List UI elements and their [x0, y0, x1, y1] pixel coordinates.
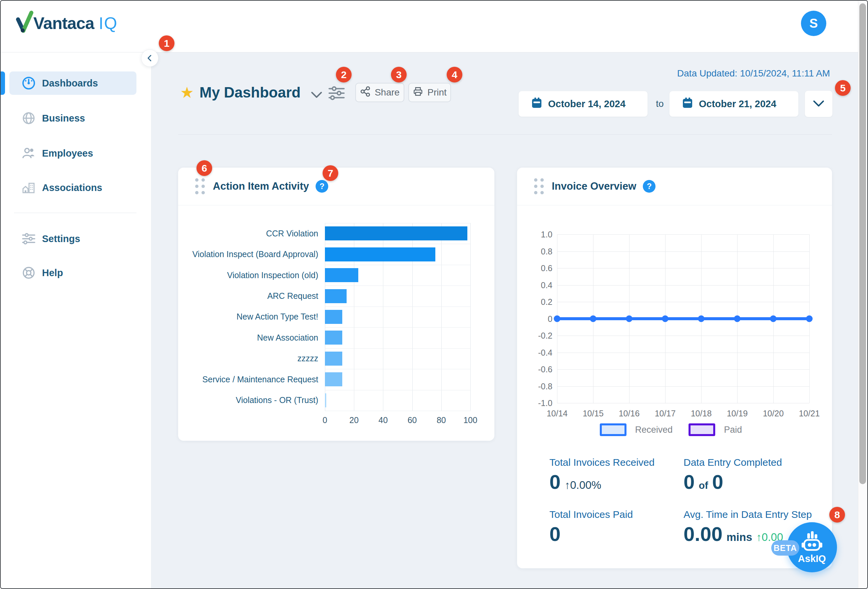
- toolbar-divider: [178, 134, 832, 135]
- bar-3[interactable]: [325, 268, 358, 282]
- dashboard-settings-icon[interactable]: [328, 84, 345, 104]
- annotation-badge-7: 7: [323, 165, 338, 181]
- print-button[interactable]: Print: [408, 83, 451, 102]
- line-y-tick: -0.2: [538, 331, 552, 340]
- active-indicator: [1, 71, 5, 95]
- line-y-tick: -1.0: [538, 398, 552, 408]
- bar-4[interactable]: [325, 289, 347, 303]
- sidebar-item-dashboards[interactable]: Dashboards: [9, 71, 136, 95]
- annotation-badge-3: 3: [391, 67, 407, 83]
- bar-7[interactable]: [325, 352, 342, 366]
- invoice-overview-card: Invoice Overview ? 1.00.80.60.40.20-0.2-…: [517, 167, 832, 568]
- avatar[interactable]: S: [801, 11, 826, 36]
- favorite-star-icon[interactable]: ★: [180, 83, 194, 102]
- sliders-icon: [21, 231, 36, 246]
- line-x-tick: 10/14: [547, 409, 568, 418]
- line-plot: [557, 234, 809, 403]
- calendar-icon: [531, 97, 543, 111]
- bar-category-label: Violations - OR (Trust): [178, 390, 318, 411]
- stat-delta: ↑0.00%: [564, 479, 601, 491]
- line-x-tick: 10/18: [691, 409, 712, 418]
- legend-received-swatch[interactable]: [600, 423, 626, 436]
- stat-unit: mins: [726, 531, 752, 543]
- sidebar-item-label: Business: [42, 113, 85, 124]
- date-range-to-label: to: [651, 91, 669, 117]
- card-header: Invoice Overview ?: [517, 167, 832, 205]
- action-item-activity-card: Action Item Activity ? CCR ViolationViol…: [178, 167, 495, 441]
- help-icon[interactable]: ?: [316, 180, 328, 193]
- legend-paid-label: Paid: [724, 425, 742, 435]
- bar-category-label: Violation Inspect (Board Approval): [178, 244, 318, 265]
- bar-1[interactable]: [325, 226, 467, 240]
- share-icon: [360, 86, 371, 99]
- share-button[interactable]: Share: [355, 83, 404, 102]
- bar-category-label: New Association: [178, 327, 318, 348]
- sidebar-item-employees[interactable]: Employees: [9, 142, 136, 165]
- bar-5[interactable]: [325, 310, 342, 324]
- scrollbar-thumb[interactable]: [859, 3, 866, 484]
- robot-icon: [801, 531, 823, 553]
- line-y-tick: -0.4: [538, 348, 552, 357]
- sidebar: DashboardsBusinessEmployeesAssociations …: [1, 52, 151, 589]
- sidebar-item-label: Help: [42, 268, 63, 278]
- date-range-expand-button[interactable]: [805, 90, 833, 117]
- data-updated-label: Data Updated: 10/15/2024, 11:11 AM: [677, 68, 830, 79]
- line-y-tick: 0: [548, 314, 552, 324]
- received-series-line: [557, 234, 809, 403]
- stat-label: Data Entry Completed: [683, 457, 782, 468]
- print-button-label: Print: [427, 87, 447, 98]
- calendar-icon: [682, 97, 694, 111]
- bar-x-tick: 40: [378, 415, 388, 425]
- line-x-tick: 10/17: [655, 409, 676, 418]
- bar-category-label: Service / Maintenance Request: [178, 369, 318, 390]
- topbar: Vantaca IQ S: [1, 1, 867, 52]
- annotation-badge-8: 8: [829, 507, 845, 522]
- bar-2[interactable]: [325, 247, 435, 262]
- legend-received-label: Received: [635, 425, 673, 435]
- share-button-label: Share: [375, 87, 400, 98]
- line-x-tick: 10/16: [619, 409, 640, 418]
- dashboard-select-chevron-icon[interactable]: [311, 92, 322, 100]
- sidebar-item-settings[interactable]: Settings: [9, 227, 136, 250]
- drag-handle-icon[interactable]: [534, 178, 544, 194]
- app-frame: Vantaca IQ S DashboardsBusinessEmployees…: [0, 0, 868, 589]
- print-icon: [413, 86, 423, 99]
- sidebar-divider: [14, 213, 136, 213]
- drag-handle-icon[interactable]: [195, 178, 205, 194]
- bar-9[interactable]: [325, 393, 326, 407]
- sidebar-item-label: Dashboards: [42, 78, 98, 89]
- globe-icon: [21, 111, 36, 126]
- bar-category-label: New Action Type Test!: [178, 306, 318, 327]
- stat-value: 0.00: [683, 524, 723, 545]
- sidebar-collapse-button[interactable]: [141, 49, 158, 67]
- date-to-value: October 21, 2024: [699, 99, 776, 110]
- date-from-button[interactable]: October 14, 2024: [518, 91, 648, 117]
- date-to-button[interactable]: October 21, 2024: [669, 91, 799, 117]
- line-x-tick: 10/21: [799, 409, 820, 418]
- annotation-badge-2: 2: [336, 67, 351, 83]
- sidebar-item-associations[interactable]: Associations: [9, 176, 136, 199]
- scrollbar-track[interactable]: [858, 1, 867, 588]
- logo-check-icon: [15, 11, 33, 34]
- stat-total-invoices-received: Total Invoices Received 0 ↑0.00%: [549, 457, 654, 493]
- sidebar-item-label: Settings: [42, 234, 80, 244]
- date-from-value: October 14, 2024: [548, 99, 626, 110]
- line-x-tick: 10/15: [583, 409, 604, 418]
- bar-6[interactable]: [325, 330, 342, 345]
- stat-of-word: of: [698, 480, 708, 491]
- bar-category-label: ARC Request: [178, 286, 318, 306]
- stat-label: Total Invoices Paid: [549, 509, 633, 520]
- logo: Vantaca IQ: [15, 11, 118, 34]
- people-icon: [21, 146, 36, 161]
- stat-value: 0: [549, 524, 561, 545]
- bar-8[interactable]: [325, 372, 342, 386]
- buildings-icon: [21, 180, 36, 195]
- legend-paid-swatch[interactable]: [688, 423, 715, 436]
- bar-plot: [325, 223, 470, 411]
- logo-text: Vantaca: [33, 13, 94, 34]
- bar-x-tick: 80: [437, 415, 446, 425]
- sidebar-item-business[interactable]: Business: [9, 107, 136, 130]
- help-icon[interactable]: ?: [643, 180, 655, 193]
- sidebar-item-help[interactable]: Help: [9, 261, 136, 284]
- line-y-tick: 0.4: [541, 280, 552, 290]
